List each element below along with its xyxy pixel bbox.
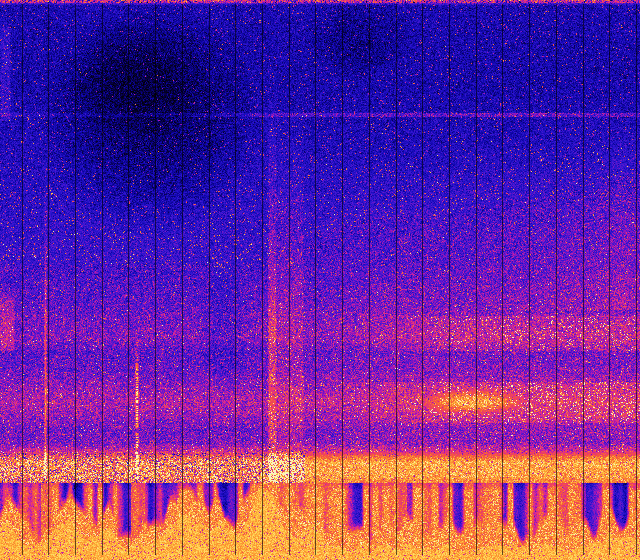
spectrogram-canvas <box>0 0 640 560</box>
spectrogram-view <box>0 0 640 560</box>
